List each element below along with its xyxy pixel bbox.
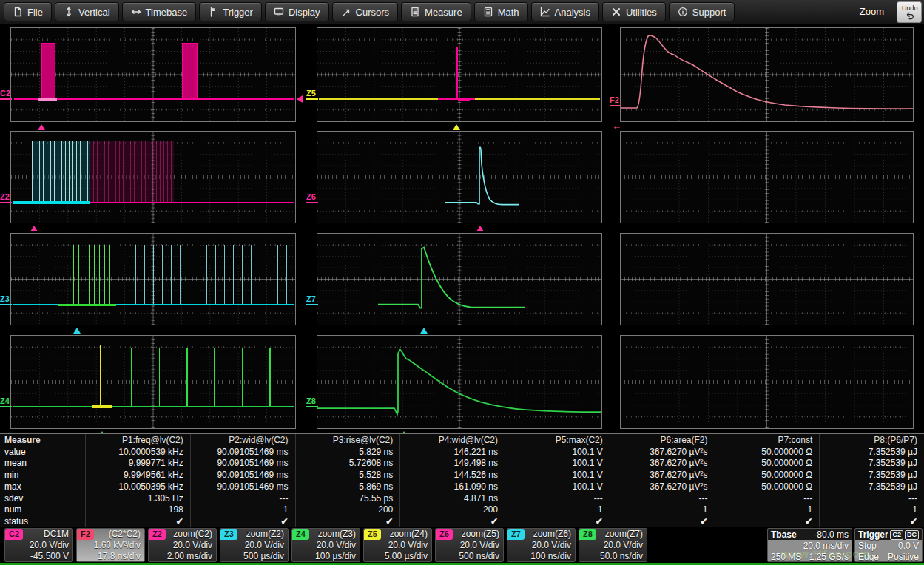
c2-tab[interactable]: C2 (5, 529, 23, 540)
menu-timebase-label: Timebase (146, 7, 188, 18)
z3-baseline-green-highlight (58, 304, 116, 306)
cell: 367.6270 µV²s (610, 481, 715, 493)
z5-tab[interactable]: Z5 (364, 529, 381, 540)
descriptor-z7[interactable]: Z7 zoom(Z6) 20.0 V/div 100 ns/div (507, 528, 576, 562)
panel-f2[interactable]: F2 ← (620, 27, 914, 122)
row-label-sdev: sdev (0, 493, 85, 504)
panel-z4[interactable]: Z4 (10, 335, 296, 429)
panel-z6[interactable]: Z6 (317, 131, 602, 223)
trace-label-z4: Z4 (0, 397, 12, 407)
panel-z7[interactable]: Z7 (317, 233, 602, 325)
trigger-box[interactable]: Trigger C2DC Stop 0.0 V Edge Positive (854, 528, 923, 562)
oscilloscope-app: File Vertical Timebase Trigger Display C… (0, 0, 924, 565)
panel-z2[interactable]: Z2 (10, 131, 296, 223)
descriptor-f2[interactable]: F2 (C2*C2) 1.60 kV²/div 17.8 ns/div (76, 528, 145, 562)
panel-z8[interactable]: Z8 (317, 335, 602, 429)
p1-header[interactable]: P1:freq@lv(C2) (85, 434, 190, 446)
graticule (621, 132, 913, 223)
z4-tab[interactable]: Z4 (292, 529, 309, 540)
z5-trigger-position-marker[interactable] (453, 124, 460, 130)
z6-source: zoom(Z5) (462, 529, 499, 540)
z3-vscale: 20.0 V/div (245, 540, 284, 551)
z3-tab[interactable]: Z3 (220, 529, 237, 540)
trigger-flag-icon (208, 7, 218, 17)
z6-tab[interactable]: Z6 (436, 529, 453, 540)
cell: 149.498 ns (399, 458, 505, 470)
z7-tab[interactable]: Z7 (507, 529, 525, 540)
menu-measure-button[interactable]: Measure (401, 2, 471, 21)
c2-pulse-burst (182, 43, 198, 98)
measure-document-icon (410, 7, 420, 17)
menu-display-button[interactable]: Display (265, 2, 329, 21)
panel-empty-2[interactable] (620, 233, 914, 325)
cell: 367.6270 µV²s (610, 446, 715, 458)
c2-vscale: 20.0 V/div (30, 540, 69, 551)
cell: 100.1 V (505, 481, 610, 493)
cell: 10.0000539 kHz (85, 446, 190, 458)
menu-analysis-button[interactable]: Analysis (531, 2, 599, 21)
z5-vscale: 20.0 V/div (388, 540, 428, 551)
row-label-mean: mean (0, 458, 85, 470)
z3-green-pulse-train (73, 245, 116, 304)
panel-z5[interactable]: Z5 (317, 27, 602, 122)
support-info-icon (678, 7, 688, 17)
c2-trigger-level-marker[interactable] (297, 95, 303, 103)
panel-c2[interactable]: C2 (10, 27, 296, 122)
descriptor-z5[interactable]: Z5 zoom(Z4) 20.0 V/div 5.00 µs/div (363, 528, 432, 562)
p4-header[interactable]: P4:wid@lv(C2) (399, 434, 505, 446)
p3-header[interactable]: P3:rise@lv(C2) (295, 434, 400, 446)
undo-button[interactable]: Undo (897, 1, 922, 23)
z7-zoom-trace (317, 234, 601, 325)
z8-tab[interactable]: Z8 (579, 529, 596, 540)
panel-empty-1[interactable] (620, 131, 914, 223)
z6-trigger-position-marker[interactable] (476, 226, 484, 231)
menu-vertical-button[interactable]: Vertical (55, 2, 119, 21)
analysis-chart-icon (540, 7, 550, 17)
undo-icon (905, 12, 914, 20)
timebase-box[interactable]: Tbase -80.0 ms 20.0 ms/div 250 MS 1.25 G… (767, 528, 852, 562)
z3-trigger-position-marker[interactable] (73, 328, 81, 334)
cell: 100.1 V (505, 469, 610, 481)
menu-trigger-button[interactable]: Trigger (199, 2, 262, 21)
descriptor-z2[interactable]: Z2 zoom(C2) 20.0 V/div 2.00 ms/div (148, 528, 217, 562)
p8-header[interactable]: P8:(P6/P7) (819, 434, 924, 446)
trigger-coupling-badge: DC (905, 530, 919, 540)
z7-trigger-position-marker[interactable] (420, 328, 428, 334)
p2-header[interactable]: P2:wid@lv(C2) (190, 434, 295, 446)
menu-math-button[interactable]: Math (474, 2, 528, 21)
descriptor-z4[interactable]: Z4 zoom(Z3) 20.0 V/div 100 µs/div (291, 528, 360, 562)
f2-tab[interactable]: F2 (77, 529, 94, 540)
menu-bar: File Vertical Timebase Trigger Display C… (0, 0, 924, 24)
p7-header[interactable]: P7:const (715, 434, 820, 446)
c2-trigger-position-marker[interactable] (38, 124, 45, 130)
menu-cursors-button[interactable]: Cursors (332, 2, 399, 21)
cell: 7.352539 µJ (819, 469, 924, 481)
menu-utilities-button[interactable]: Utilities (602, 2, 666, 21)
cell: 1 (190, 504, 295, 516)
trigger-type: Edge (858, 552, 879, 562)
panel-z3[interactable]: Z3 (10, 233, 296, 325)
trace-label-c2: C2 (0, 89, 12, 100)
z4-hscale: 100 µs/div (315, 551, 356, 562)
descriptor-z8[interactable]: Z8 zoom(Z7) 20.0 V/div 50.0 ns/div (579, 528, 647, 562)
status-check-icon: ✔ (190, 515, 295, 527)
menu-support-button[interactable]: Support (669, 2, 735, 21)
menu-timebase-button[interactable]: Timebase (122, 2, 197, 21)
utilities-tools-icon (611, 7, 621, 17)
p6-header[interactable]: P6:area(F2) (610, 434, 715, 446)
cell: 10.0050395 kHz (85, 481, 190, 493)
z2-zoom-region-cyan (32, 141, 90, 202)
menu-file-button[interactable]: File (4, 2, 52, 21)
cell: 198 (85, 504, 190, 516)
min-row: min 9.9949561 kHz 90.091051469 ms 5.528 … (0, 469, 924, 481)
panel-empty-3[interactable] (620, 335, 914, 429)
status-check-icon: ✔ (715, 515, 820, 527)
menu-measure-label: Measure (425, 7, 462, 18)
p5-header[interactable]: P5:max(C2) (505, 434, 610, 446)
descriptor-z3[interactable]: Z3 zoom(Z2) 20.0 V/div 500 µs/div (220, 528, 289, 562)
z2-tab[interactable]: Z2 (149, 529, 166, 540)
timebase-sample-rate: 1.25 GS/s (809, 552, 849, 562)
descriptor-c2[interactable]: C2 DC1M 20.0 V/div -45.500 V (4, 528, 73, 562)
descriptor-z6[interactable]: Z6 zoom(Z5) 20.0 V/div 500 ns/div (435, 528, 504, 562)
z2-trigger-position-marker[interactable] (30, 226, 38, 231)
